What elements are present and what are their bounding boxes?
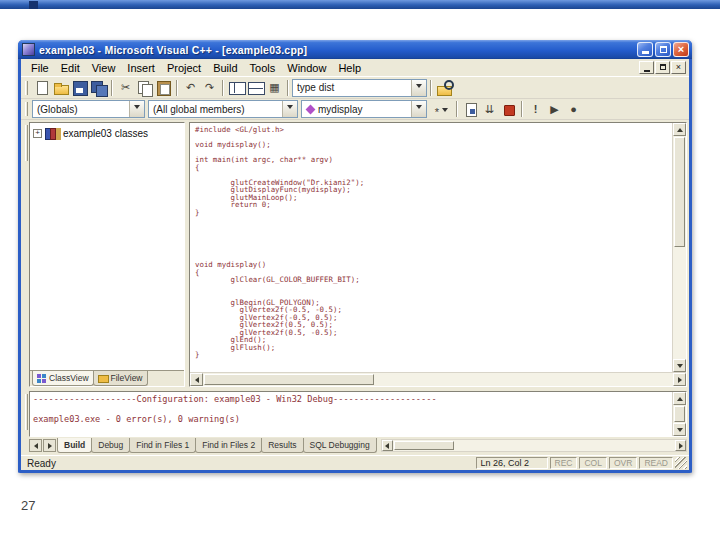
copy-button[interactable] [135,79,154,96]
mdi-close-button[interactable]: × [671,61,686,74]
top-bar-accent-square [29,1,38,9]
menu-project[interactable]: Project [161,61,207,75]
scrollbar-thumb[interactable] [674,137,685,247]
menu-window[interactable]: Window [281,61,332,75]
redo-button[interactable] [200,79,219,96]
menu-insert[interactable]: Insert [121,61,161,75]
editor-horizontal-scrollbar[interactable] [190,372,686,386]
execute-program-button[interactable] [526,101,545,118]
menu-tools[interactable]: Tools [244,61,282,75]
function-combo[interactable]: mydisplay [301,100,427,118]
scrollbar-thumb[interactable] [394,441,454,450]
dropdown-arrow-icon[interactable] [411,80,426,96]
tab-sql-debugging[interactable]: SQL Debugging [303,438,377,453]
tab-build[interactable]: Build [57,438,92,453]
find-in-files-icon [435,79,454,96]
find-in-files-button[interactable] [435,79,454,96]
status-bar: Ready Ln 26, Col 2 REC COL OVR READ [21,455,689,470]
toolbar-grip[interactable] [25,102,28,116]
scroll-right-button[interactable] [675,440,686,451]
slide: example03 - Microsoft Visual C++ - [exam… [0,0,720,540]
tab-classview[interactable]: ClassView [32,371,94,386]
open-button[interactable] [51,79,70,96]
mdi-minimize-button[interactable] [639,61,654,74]
dropdown-arrow-icon[interactable] [129,101,144,117]
find-combo[interactable]: type dist [292,79,427,97]
tree-root-node[interactable]: example03 classes [33,127,181,139]
title-bar[interactable]: example03 - Microsoft Visual C++ - [exam… [18,40,692,59]
class-view-tree[interactable]: example03 classes [30,123,184,370]
minimize-icon [642,51,649,54]
find-combo-value: type dist [297,82,409,93]
tab-results[interactable]: Results [261,438,303,453]
scroll-down-button[interactable] [673,423,686,436]
menu-view[interactable]: View [86,61,122,75]
menu-build[interactable]: Build [207,61,243,75]
new-file-button[interactable] [32,79,51,96]
build-icon [480,101,499,118]
tree-expand-icon[interactable] [33,129,42,138]
copy-icon [135,79,154,96]
scroll-left-button[interactable] [382,440,393,451]
build-output-text[interactable]: --------------------Configuration: examp… [30,392,672,436]
undo-button[interactable] [181,79,200,96]
tab-scroll-right-button[interactable] [43,439,56,452]
arrow-up-icon [677,125,683,132]
paste-button[interactable] [154,79,173,96]
tab-find-in-files-2[interactable]: Find in Files 2 [195,438,262,453]
workspace-tabs: ClassView FileView [30,370,184,386]
scrollbar-thumb[interactable] [204,374,374,385]
save-button[interactable] [70,79,89,96]
mdi-restore-button[interactable] [655,61,670,74]
restore-button[interactable] [655,42,671,57]
scroll-up-button[interactable] [673,392,686,405]
indicator-rec: REC [550,457,578,469]
dropdown-arrow-icon[interactable] [411,101,426,117]
tab-scroll-left-button[interactable] [29,439,42,452]
class-combo[interactable]: (Globals) [32,100,145,118]
cut-icon [116,79,135,96]
redo-icon [200,79,219,96]
window-title: example03 - Microsoft Visual C++ - [exam… [39,44,307,56]
class-combo-value: (Globals) [37,104,127,115]
status-message: Ready [23,458,474,469]
menu-edit[interactable]: Edit [55,61,86,75]
tab-debug[interactable]: Debug [91,438,130,453]
new-file-icon [32,79,51,96]
scroll-right-button[interactable] [673,373,686,386]
tab-fileview[interactable]: FileView [93,371,148,386]
mdi-minimize-icon [644,70,650,72]
menu-help[interactable]: Help [332,61,367,75]
insert-breakpoint-button[interactable] [564,101,583,118]
compile-button[interactable] [461,101,480,118]
code-text[interactable]: #include <GL/glut.h> void mydisplay(); i… [190,123,672,372]
cut-button[interactable] [116,79,135,96]
wizard-actions-icon [432,101,442,118]
output-vertical-scrollbar[interactable] [672,392,686,436]
tab-find-in-files-1[interactable]: Find in Files 1 [129,438,196,453]
scroll-left-button[interactable] [190,373,203,386]
window-list-button[interactable] [265,79,284,96]
scroll-down-button[interactable] [673,359,686,372]
scroll-up-button[interactable] [673,123,686,136]
scrollbar-thumb[interactable] [674,406,685,422]
toolbar-separator [456,101,458,117]
menu-file[interactable]: File [25,61,55,75]
output-horizontal-scrollbar[interactable] [381,439,687,452]
stop-build-button[interactable] [499,101,518,118]
workspace-pane-button[interactable] [227,79,246,96]
toolbar-grip[interactable] [25,81,28,95]
members-combo[interactable]: (All global members) [148,100,298,118]
minimize-button[interactable] [637,42,653,57]
go-button[interactable] [545,101,564,118]
dropdown-arrow-icon[interactable] [282,101,297,117]
resize-grip[interactable] [675,457,687,469]
build-button[interactable] [480,101,499,118]
output-pane-button[interactable] [246,79,265,96]
code-editor: #include <GL/glut.h> void mydisplay(); i… [189,122,687,387]
editor-vertical-scrollbar[interactable] [672,123,686,372]
wizard-actions-button[interactable] [427,101,453,118]
function-combo-value: mydisplay [318,104,409,115]
close-button[interactable]: × [673,42,689,57]
save-all-button[interactable] [89,79,108,96]
